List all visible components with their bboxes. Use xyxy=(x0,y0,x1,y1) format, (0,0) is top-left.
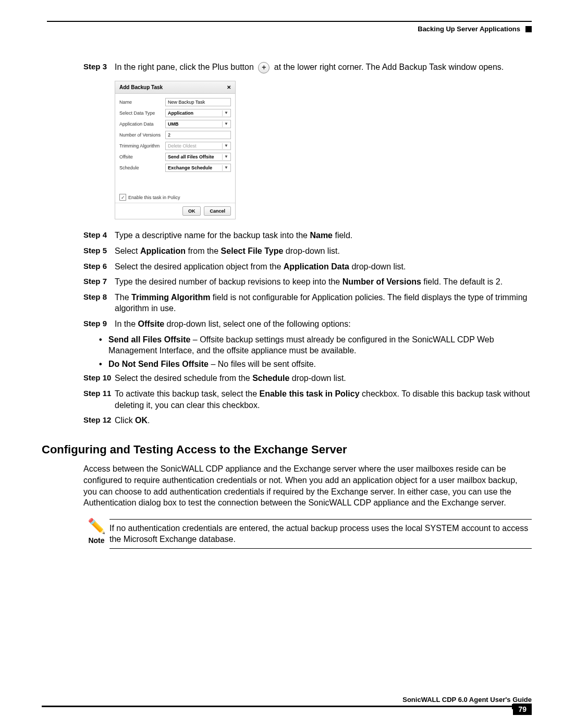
chevron-down-icon: ▼ xyxy=(222,110,228,116)
chevron-down-icon: ▼ xyxy=(222,121,228,127)
chevron-down-icon: ▼ xyxy=(222,143,228,149)
step-6: Step 6 Select the desired application ob… xyxy=(83,261,532,273)
header-section: Backing Up Server Applications xyxy=(418,25,520,33)
appdata-select[interactable]: UMB▼ xyxy=(165,120,231,128)
bullet-icon: • xyxy=(99,359,108,370)
page-footer: SonicWALL CDP 6.0 Agent User's Guide 79 xyxy=(42,696,532,707)
appdata-label: Application Data xyxy=(119,121,165,127)
bullet-item: • Send all Files Offsite – Offsite backu… xyxy=(99,334,532,356)
step-10: Step 10 Select the desired schedule from… xyxy=(83,373,532,384)
note-text: If no authentication credentials are ent… xyxy=(109,523,532,545)
add-backup-task-dialog: Add Backup Task ✕ Name New Backup Task S… xyxy=(115,81,236,220)
schedule-select[interactable]: Exchange Schedule▼ xyxy=(165,164,231,172)
header-rule xyxy=(47,21,532,22)
note-rule-top xyxy=(109,519,532,520)
trim-select: Delete Oldest▼ xyxy=(165,142,231,150)
schedule-label: Schedule xyxy=(119,165,165,171)
pencil-icon: ✏️ xyxy=(88,519,106,534)
offsite-select[interactable]: Send all Files Offsite▼ xyxy=(165,153,231,161)
note-label: Note xyxy=(88,536,104,546)
note-rule-bottom xyxy=(109,548,532,549)
enable-checkbox-label: Enable this task in Policy xyxy=(128,194,180,201)
bullet-item: • Do Not Send Files Offsite – No files w… xyxy=(99,359,532,370)
step-5: Step 5 Select Application from the Selec… xyxy=(83,245,532,257)
close-icon[interactable]: ✕ xyxy=(227,84,231,91)
section-paragraph: Access between the SonicWALL CDP applian… xyxy=(83,463,532,508)
plus-icon: + xyxy=(258,62,270,73)
section-title: Configuring and Testing Access to the Ex… xyxy=(42,442,532,458)
header-bar: Backing Up Server Applications xyxy=(42,25,532,33)
step-7: Step 7 Type the desired number of backup… xyxy=(83,276,532,288)
footer-line: 79 xyxy=(42,706,532,707)
footer-title: SonicWALL CDP 6.0 Agent User's Guide xyxy=(42,696,532,704)
dialog-header: Add Backup Task ✕ xyxy=(115,81,235,94)
page-number: 79 xyxy=(513,704,532,715)
step-12: Step 12 Click OK. xyxy=(83,415,532,426)
chevron-down-icon: ▼ xyxy=(222,154,228,160)
ok-button[interactable]: OK xyxy=(182,206,201,216)
type-select[interactable]: Application▼ xyxy=(165,109,231,117)
step-3: Step 3 In the right pane, click the Plus… xyxy=(83,61,532,73)
type-label: Select Data Type xyxy=(119,110,165,116)
versions-input[interactable]: 2 xyxy=(165,131,231,139)
bullet-icon: • xyxy=(99,334,108,356)
step-8: Step 8 The Trimming Algorithm field is n… xyxy=(83,292,532,314)
name-label: Name xyxy=(119,99,165,105)
chevron-down-icon: ▼ xyxy=(222,165,228,171)
versions-label: Number of Versions xyxy=(119,132,165,138)
offsite-label: Offsite xyxy=(119,154,165,160)
trim-label: Trimming Algorithm xyxy=(119,143,165,149)
header-square-icon xyxy=(525,26,532,32)
enable-checkbox[interactable]: ✓ xyxy=(119,194,126,201)
cancel-button[interactable]: Cancel xyxy=(204,206,231,216)
name-input[interactable]: New Backup Task xyxy=(165,98,231,106)
step-9: Step 9 In the Offsite drop-down list, se… xyxy=(83,318,532,330)
step-4: Step 4 Type a descriptive name for the b… xyxy=(83,230,532,241)
dialog-title: Add Backup Task xyxy=(119,84,163,91)
enable-checkbox-row: ✓ Enable this task in Policy xyxy=(119,194,231,201)
step-11: Step 11 To activate this backup task, se… xyxy=(83,388,532,411)
